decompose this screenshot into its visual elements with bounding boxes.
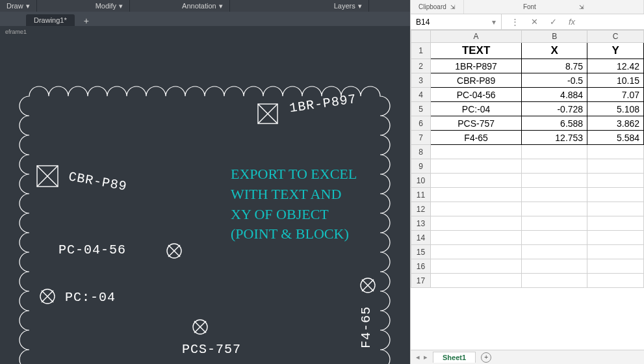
cell[interactable]	[431, 259, 522, 274]
cell[interactable]	[431, 216, 522, 231]
name-box[interactable]: B14 ▾	[411, 14, 502, 29]
row-header[interactable]: 15	[411, 245, 431, 259]
col-header-A[interactable]: A	[431, 31, 522, 43]
ribbon-group-font[interactable]: Font ⇲	[464, 0, 644, 14]
row-header[interactable]: 2	[411, 59, 431, 73]
select-all-corner[interactable]	[411, 31, 431, 43]
row-header[interactable]: 16	[411, 259, 431, 274]
new-sheet-button[interactable]: +	[481, 352, 491, 363]
cell[interactable]	[587, 216, 644, 231]
sheet-tab[interactable]: Sheet1	[433, 352, 476, 363]
cell[interactable]	[431, 274, 522, 288]
cell[interactable]: CBR-P89	[431, 73, 522, 88]
cell[interactable]: 1BR-P897	[431, 59, 522, 73]
cell[interactable]	[522, 245, 587, 259]
nav-left-icon[interactable]: ◂	[416, 353, 420, 361]
cell[interactable]: 8.75	[522, 59, 587, 73]
point-label[interactable]: PC-04-56	[58, 242, 126, 257]
cell[interactable]	[431, 231, 522, 245]
row-header[interactable]: 11	[411, 188, 431, 202]
row-header[interactable]: 1	[411, 43, 431, 59]
cell[interactable]	[522, 145, 587, 159]
new-tab-button[interactable]: +	[77, 16, 96, 26]
cell[interactable]	[431, 159, 522, 174]
enter-icon[interactable]: ✓	[550, 17, 557, 27]
formula-bar[interactable]: ⋮ ✕ ✓ fx	[502, 14, 644, 29]
cell[interactable]: 10.15	[587, 73, 644, 88]
ribbon-annotation[interactable]: Annotation ▾	[175, 0, 230, 12]
cell[interactable]	[587, 188, 644, 202]
cell[interactable]: 12.753	[522, 131, 587, 145]
row-header[interactable]: 5	[411, 102, 431, 116]
cell[interactable]	[522, 188, 587, 202]
row-header[interactable]: 12	[411, 202, 431, 216]
worksheet[interactable]: A B C 1 TEXT X Y 2 1BR-P897 8.75 12.42 3…	[411, 30, 644, 350]
col-header-B[interactable]: B	[522, 31, 587, 43]
cell[interactable]	[522, 259, 587, 274]
block-marker[interactable]	[257, 103, 279, 125]
cell[interactable]	[522, 231, 587, 245]
row-header[interactable]: 3	[411, 73, 431, 88]
cell[interactable]: F4-65	[431, 131, 522, 145]
ribbon-layers[interactable]: Layers ▾	[328, 0, 369, 12]
point-marker[interactable]	[39, 288, 56, 305]
ribbon-draw[interactable]: Draw ▾	[0, 0, 37, 12]
point-marker[interactable]	[359, 277, 376, 294]
cell[interactable]: 4.884	[522, 88, 587, 102]
point-label[interactable]: PCS-757	[182, 342, 241, 357]
cell[interactable]	[587, 202, 644, 216]
tab-nav-arrows[interactable]: ◂ ▸	[411, 353, 433, 361]
more-icon[interactable]: ⋮	[511, 17, 519, 27]
cell[interactable]	[587, 145, 644, 159]
block-marker[interactable]	[36, 164, 59, 188]
cell[interactable]	[431, 145, 522, 159]
cell[interactable]	[587, 174, 644, 188]
cell[interactable]: 12.42	[587, 59, 644, 73]
row-header[interactable]: 13	[411, 216, 431, 231]
cell[interactable]	[522, 216, 587, 231]
cell[interactable]: PCS-757	[431, 116, 522, 131]
cell[interactable]	[431, 202, 522, 216]
fx-icon[interactable]: fx	[569, 17, 575, 27]
row-header[interactable]: 6	[411, 116, 431, 131]
drawing-tab[interactable]: Drawing1*	[26, 14, 75, 26]
ribbon-modify[interactable]: Modify ▾	[89, 0, 130, 12]
grid[interactable]: A B C 1 TEXT X Y 2 1BR-P897 8.75 12.42 3…	[411, 30, 644, 288]
point-marker[interactable]	[166, 242, 183, 259]
cell[interactable]	[522, 174, 587, 188]
cell[interactable]	[587, 231, 644, 245]
cell[interactable]: -0.728	[522, 102, 587, 116]
cell[interactable]	[522, 274, 587, 288]
cell[interactable]: TEXT	[431, 43, 522, 59]
cell[interactable]	[431, 188, 522, 202]
cell[interactable]: PC:-04	[431, 102, 522, 116]
cell[interactable]: 5.108	[587, 102, 644, 116]
row-header[interactable]: 17	[411, 274, 431, 288]
cell[interactable]	[431, 174, 522, 188]
point-label[interactable]: PC:-04	[65, 290, 116, 305]
col-header-C[interactable]: C	[587, 31, 644, 43]
cancel-icon[interactable]: ✕	[531, 17, 538, 27]
cell[interactable]	[587, 159, 644, 174]
cell[interactable]: Y	[587, 43, 644, 59]
cell[interactable]: 7.07	[587, 88, 644, 102]
cell[interactable]	[522, 159, 587, 174]
cell[interactable]: 6.588	[522, 116, 587, 131]
cell[interactable]: 3.862	[587, 116, 644, 131]
row-header[interactable]: 9	[411, 159, 431, 174]
row-header[interactable]: 10	[411, 174, 431, 188]
cell[interactable]: PC-04-56	[431, 88, 522, 102]
ribbon-group-clipboard[interactable]: Clipboard ⇲	[411, 0, 464, 14]
point-label[interactable]: F4-65	[359, 306, 374, 348]
chevron-down-icon[interactable]: ▾	[492, 18, 496, 27]
cell[interactable]: X	[522, 43, 587, 59]
row-header[interactable]: 14	[411, 231, 431, 245]
dialog-launcher-icon[interactable]: ⇲	[450, 4, 456, 10]
row-header[interactable]: 7	[411, 131, 431, 145]
nav-right-icon[interactable]: ▸	[424, 353, 428, 361]
cell[interactable]: -0.5	[522, 73, 587, 88]
cell[interactable]: 5.584	[587, 131, 644, 145]
cell[interactable]	[431, 245, 522, 259]
row-header[interactable]: 4	[411, 88, 431, 102]
row-header[interactable]: 8	[411, 145, 431, 159]
